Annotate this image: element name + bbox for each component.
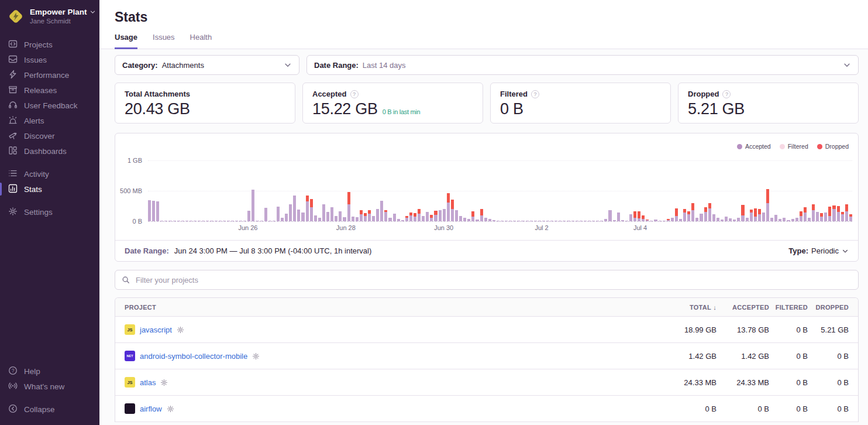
- chart-bar[interactable]: [675, 208, 678, 221]
- chart-bar[interactable]: [546, 221, 549, 221]
- chart-bar[interactable]: [322, 204, 325, 221]
- chart-bar[interactable]: [795, 218, 798, 221]
- chart-bar[interactable]: [376, 209, 379, 221]
- gear-icon[interactable]: [252, 352, 260, 360]
- chart-bar[interactable]: [364, 213, 367, 221]
- sidebar-item-settings[interactable]: Settings: [0, 204, 99, 220]
- chart-bar[interactable]: [268, 221, 271, 221]
- sidebar-item-projects[interactable]: Projects: [0, 37, 99, 52]
- column-header-total[interactable]: TOTAL ↓: [664, 304, 717, 311]
- chart-bar[interactable]: [729, 218, 732, 221]
- chart-bar[interactable]: [663, 221, 666, 221]
- chart-bar[interactable]: [554, 221, 557, 221]
- legend-item-dropped[interactable]: Dropped: [817, 143, 849, 150]
- column-header-project[interactable]: PROJECT: [115, 304, 664, 311]
- chart-bar[interactable]: [750, 210, 753, 221]
- org-switcher[interactable]: Empower Plant Jane Schmidt: [0, 0, 99, 32]
- chart-bar[interactable]: [588, 221, 591, 221]
- gear-icon[interactable]: [160, 379, 168, 386]
- chart-bar[interactable]: [737, 218, 740, 221]
- chart-bar[interactable]: [534, 221, 537, 221]
- chart-bar[interactable]: [409, 212, 412, 221]
- chart-bar[interactable]: [447, 193, 450, 221]
- chart-bar[interactable]: [617, 212, 620, 221]
- chart-bar[interactable]: [770, 218, 773, 221]
- chart-bar[interactable]: [613, 220, 616, 221]
- chart-bar[interactable]: [800, 211, 802, 221]
- chart-bar[interactable]: [372, 216, 375, 221]
- project-link[interactable]: airflow: [140, 405, 162, 413]
- gear-icon[interactable]: [167, 405, 174, 413]
- chart-bar[interactable]: [820, 213, 823, 221]
- column-header-accepted[interactable]: ACCEPTED: [717, 304, 769, 311]
- chart-bar[interactable]: [339, 211, 342, 221]
- chart-bar[interactable]: [289, 204, 292, 221]
- chart-bar[interactable]: [219, 221, 222, 221]
- chart-bar[interactable]: [791, 219, 794, 221]
- chart-bar[interactable]: [659, 221, 662, 221]
- chart-bar[interactable]: [559, 221, 562, 221]
- column-header-filtered[interactable]: FILTERED: [769, 304, 808, 311]
- chart-bar[interactable]: [260, 221, 263, 221]
- chart-bar[interactable]: [314, 215, 317, 221]
- chart-bar[interactable]: [476, 220, 478, 221]
- chart-bar[interactable]: [173, 221, 176, 221]
- chart-bar[interactable]: [384, 210, 387, 221]
- chart-bar[interactable]: [243, 221, 246, 221]
- chart-bar[interactable]: [480, 209, 483, 221]
- chart-bar[interactable]: [633, 211, 636, 221]
- sidebar-item-dashboards[interactable]: Dashboards: [0, 143, 99, 159]
- chart-bar[interactable]: [326, 212, 329, 221]
- chart-bar[interactable]: [393, 214, 396, 222]
- chart-bar[interactable]: [667, 219, 670, 221]
- chart-bar[interactable]: [301, 212, 304, 221]
- tab-health[interactable]: Health: [190, 33, 212, 49]
- chart-bar[interactable]: [538, 221, 541, 221]
- chart-bar[interactable]: [638, 211, 640, 221]
- type-select[interactable]: Type: Periodic: [788, 246, 849, 255]
- chart-bar[interactable]: [492, 220, 495, 221]
- chart-bar[interactable]: [700, 214, 702, 222]
- chart-bar[interactable]: [202, 221, 205, 221]
- chart-bar[interactable]: [679, 219, 682, 221]
- chart-bar[interactable]: [185, 221, 188, 221]
- chart-bar[interactable]: [273, 221, 275, 221]
- chart-bar[interactable]: [526, 221, 529, 221]
- chart-bar[interactable]: [247, 211, 250, 221]
- chart-bar[interactable]: [194, 221, 197, 221]
- chart-bar[interactable]: [160, 221, 163, 221]
- chart-bar[interactable]: [646, 220, 649, 221]
- chart-bar[interactable]: [484, 218, 487, 221]
- chart-bar[interactable]: [576, 221, 578, 221]
- chart-bar[interactable]: [239, 221, 242, 221]
- chart-bar[interactable]: [422, 216, 425, 221]
- chart-bar[interactable]: [746, 218, 749, 221]
- help-circle-icon[interactable]: ?: [531, 90, 539, 98]
- chart-bar[interactable]: [808, 218, 811, 221]
- chart-bar[interactable]: [401, 220, 404, 221]
- chart-bar[interactable]: [210, 221, 213, 221]
- chart-bar[interactable]: [542, 221, 545, 221]
- chart-bar[interactable]: [360, 210, 363, 221]
- legend-item-filtered[interactable]: Filtered: [780, 143, 808, 150]
- chart-bar[interactable]: [347, 192, 350, 221]
- chart-bar[interactable]: [443, 209, 446, 221]
- chart-bar[interactable]: [621, 220, 624, 221]
- chart-bar[interactable]: [717, 218, 719, 221]
- sidebar-item-releases[interactable]: Releases: [0, 83, 99, 98]
- chart-bar[interactable]: [152, 201, 155, 221]
- chart-bar[interactable]: [841, 212, 844, 221]
- chart-bar[interactable]: [256, 221, 259, 221]
- chart-bar[interactable]: [215, 221, 218, 221]
- chart-bar[interactable]: [310, 199, 313, 221]
- tab-usage[interactable]: Usage: [115, 33, 137, 49]
- chart-bar[interactable]: [505, 221, 508, 221]
- chart-bar[interactable]: [277, 207, 280, 221]
- chart-bar[interactable]: [388, 218, 391, 221]
- chart-bar[interactable]: [584, 221, 587, 221]
- chart-bar[interactable]: [434, 211, 437, 221]
- chart-bar[interactable]: [824, 212, 827, 221]
- chart-bar[interactable]: [741, 205, 744, 221]
- chart-bar[interactable]: [439, 210, 442, 221]
- sidebar-item-activity[interactable]: Activity: [0, 166, 99, 181]
